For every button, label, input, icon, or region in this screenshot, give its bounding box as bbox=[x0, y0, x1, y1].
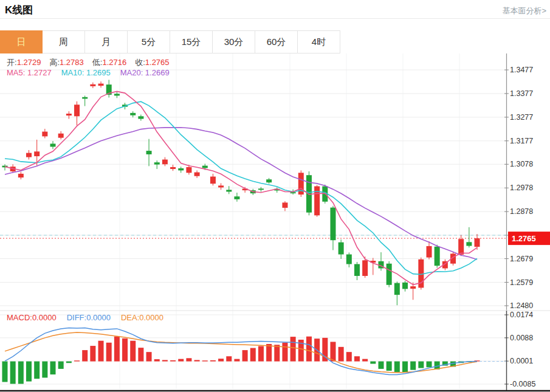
dea-value: DEA:0.0000 bbox=[121, 313, 163, 322]
tab-period-2[interactable]: 月 bbox=[85, 30, 128, 53]
tab-period-0[interactable]: 日 bbox=[0, 30, 43, 53]
svg-text:1.2579: 1.2579 bbox=[510, 278, 533, 287]
diff-value: DIFF:0.0000 bbox=[67, 313, 111, 322]
svg-text:1.2765: 1.2765 bbox=[512, 234, 536, 243]
macd-value: MACD:0.0000 bbox=[7, 313, 57, 322]
ma20-legend: MA20: 1.2669 bbox=[120, 68, 170, 77]
svg-text:1.3377: 1.3377 bbox=[510, 89, 533, 98]
ma-legend: MA5: 1.2727MA10: 1.2695MA20: 1.2669 bbox=[7, 68, 170, 77]
open-label: 开: bbox=[7, 58, 17, 67]
high-value: 1.2783 bbox=[60, 58, 84, 67]
price-axis: 1.34771.33771.32771.31771.30781.29781.28… bbox=[504, 66, 533, 310]
tab-period-1[interactable]: 周 bbox=[43, 30, 85, 53]
low-label: 低: bbox=[92, 58, 103, 67]
grid-lines bbox=[0, 53, 506, 389]
svg-text:1.3477: 1.3477 bbox=[510, 66, 533, 74]
tab-period-7[interactable]: 4时 bbox=[298, 30, 340, 53]
low-value: 1.2716 bbox=[102, 58, 126, 67]
svg-text:0.0174: 0.0174 bbox=[510, 311, 533, 319]
svg-text:-0.0085: -0.0085 bbox=[510, 380, 535, 388]
high-label: 高: bbox=[49, 58, 60, 67]
panel-borders bbox=[0, 53, 550, 391]
reference-lines bbox=[0, 235, 507, 238]
ohlc-legend: 开:1.2729高:1.2783低:1.2716收:1.2765 bbox=[7, 57, 178, 68]
tab-period-3[interactable]: 5分 bbox=[128, 30, 170, 53]
svg-text:1.2878: 1.2878 bbox=[510, 207, 533, 216]
header-divider bbox=[0, 18, 550, 19]
svg-text:1.3277: 1.3277 bbox=[510, 113, 533, 122]
svg-text:0.0001: 0.0001 bbox=[510, 357, 533, 365]
tab-period-5[interactable]: 30分 bbox=[213, 30, 255, 53]
svg-text:0.0088: 0.0088 bbox=[510, 334, 533, 342]
open-value: 1.2729 bbox=[17, 58, 41, 67]
kline-page: K线图 基本面分析> 日周月5分15分30分60分4时 开:1.2729高:1.… bbox=[0, 0, 550, 392]
tab-period-4[interactable]: 15分 bbox=[170, 30, 213, 53]
period-tabs: 日周月5分15分30分60分4时 bbox=[0, 30, 340, 53]
macd-histogram bbox=[2, 337, 480, 384]
macd-legend: MACD:0.0000DIFF:0.0000DEA:0.0000 bbox=[7, 313, 163, 322]
page-title: K线图 bbox=[5, 3, 33, 17]
current-price-box: 1.2765 bbox=[508, 232, 550, 245]
svg-text:1.3078: 1.3078 bbox=[510, 160, 533, 168]
ma10-legend: MA10: 1.2695 bbox=[61, 68, 111, 77]
svg-text:1.2679: 1.2679 bbox=[510, 255, 533, 263]
fundamental-analysis-link[interactable]: 基本面分析> bbox=[502, 5, 546, 16]
svg-text:1.2978: 1.2978 bbox=[510, 184, 533, 192]
ma5-legend: MA5: 1.2727 bbox=[7, 68, 52, 77]
svg-text:1.3177: 1.3177 bbox=[510, 137, 533, 145]
svg-text:1.2480: 1.2480 bbox=[510, 301, 533, 310]
tab-period-6[interactable]: 60分 bbox=[255, 30, 298, 53]
close-value: 1.2765 bbox=[145, 58, 170, 67]
close-label: 收: bbox=[135, 58, 145, 67]
